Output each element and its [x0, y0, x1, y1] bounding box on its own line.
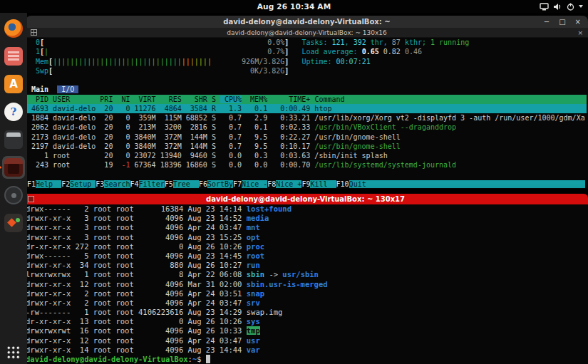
- shell-window-icon: [28, 196, 34, 202]
- dock-item-ubuntu-software[interactable]: [2, 212, 25, 234]
- display-icon: [540, 3, 549, 11]
- terminal-line: Mem[||||||||||||||||||||||||||||||||||||…: [27, 57, 587, 66]
- volume-icon: [553, 3, 562, 11]
- htop-window-titlebar[interactable]: david-delony@david-delony-VirtualBox: ~ …: [26, 16, 588, 28]
- shell-window-titlebar[interactable]: david-delony@david-delony-VirtualBox: ~ …: [23, 194, 588, 204]
- dock-item-files[interactable]: [2, 45, 25, 68]
- dock-item-active-app[interactable]: [2, 156, 25, 179]
- terminal-line: 2197 david-delo 20 0 3840M 372M 144M S 0…: [27, 142, 587, 151]
- chevron-down-icon: [579, 5, 583, 8]
- clock[interactable]: Aug 26 10:34 AM: [0, 0, 588, 13]
- dock-item-show-applications[interactable]: [0, 346, 27, 360]
- terminal-window-shell: david-delony@david-delony-VirtualBox: ~ …: [23, 194, 588, 364]
- show-applications-icon: [7, 346, 21, 360]
- dock-item-firefox[interactable]: [2, 17, 25, 40]
- terminal-line: drwxrwxrwt 16 root root 4096 Aug 26 10:3…: [26, 326, 585, 336]
- terminal-line: drwxr-xr-x 12 root root 4096 Mar 31 02:0…: [26, 280, 585, 289]
- terminal-line: [27, 76, 587, 85]
- terminal-line: drwxr-xr-x 14 root root 4096 Aug 23 14:4…: [26, 345, 585, 355]
- terminal-line: F1Help F2Setup F3SearchF4FilterF5Tree F6…: [27, 180, 587, 189]
- terminal-line: drwxr-xr-x 12 root root 4096 Apr 24 03:4…: [26, 336, 585, 345]
- terminal-line: drwxr-xr-x 3 root root 4096 Apr 24 03:47…: [26, 223, 585, 232]
- desktop: Aug 26 10:34 AM: [0, 0, 588, 364]
- active-app-icon: [4, 158, 23, 177]
- amazon-icon: [4, 75, 23, 93]
- terminal-line: drwxr-xr-x 3 root root 4096 Aug 23 15:25…: [26, 233, 585, 242]
- terminal-line: drwx------ 2 root root 16384 Aug 23 14:1…: [26, 204, 585, 214]
- terminal-line: 2173 david-delo 20 0 3840M 372M 144M S 0…: [27, 132, 587, 142]
- dock: [0, 13, 27, 364]
- terminal-icon: [4, 130, 23, 149]
- firefox-icon: [4, 19, 23, 38]
- top-bar: Aug 26 10:34 AM: [0, 0, 588, 13]
- close-button[interactable]: ×: [575, 19, 581, 26]
- terminal-line: Swp[ 0K/3.82G]: [27, 66, 587, 76]
- maximize-button[interactable]: □: [559, 19, 565, 26]
- tab-close-button[interactable]: ×: [577, 29, 583, 36]
- files-icon: [4, 47, 23, 66]
- help-icon: [4, 103, 23, 121]
- dock-item-amazon[interactable]: [2, 73, 25, 95]
- terminal-line: lrwxrwxrwx 1 root root 8 Apr 22 06:08 sb…: [26, 270, 585, 279]
- terminal-line: 0[ 0.0%] Tasks: 121, 392 thr, 87 kthr; 1…: [27, 38, 587, 47]
- terminal-line: 4693 david-delo 20 0 11276 4864 3584 R 1…: [27, 104, 587, 113]
- dock-item-media-player[interactable]: [2, 184, 25, 207]
- terminal-window-htop: david-delony@david-delony-VirtualBox: ~ …: [26, 16, 588, 189]
- window-controls: − □ ×: [544, 16, 581, 28]
- minimize-button[interactable]: −: [544, 19, 550, 26]
- dock-item-help[interactable]: [2, 100, 25, 123]
- terminal-line: drwxr-xr-x 2 root root 4096 Apr 24 03:51…: [26, 289, 585, 298]
- terminal-line: drwxr-xr-x 3 root root 4096 Aug 23 14:52…: [26, 214, 585, 223]
- system-tray[interactable]: [540, 0, 583, 13]
- terminal-tab-title[interactable]: david-delony@david-delony-VirtualBox: ~ …: [227, 29, 387, 36]
- terminal-line: -rw------- 1 root root 4106223616 Aug 23…: [26, 308, 585, 317]
- shell-window-title: david-delony@david-delony-VirtualBox: ~ …: [206, 195, 405, 203]
- terminal-tab-icon: [31, 29, 37, 36]
- htop-output[interactable]: 0[ 0.0%] Tasks: 121, 392 thr, 87 kthr; 1…: [26, 38, 588, 189]
- terminal-line: [27, 170, 587, 180]
- media-player-icon: [4, 186, 23, 204]
- terminal-line: drwx------ 5 root root 4096 Aug 23 14:45…: [26, 251, 585, 261]
- terminal-line: dr-xr-xr-x 272 root root 0 Aug 26 10:26 …: [26, 242, 585, 251]
- htop-window-title: david-delony@david-delony-VirtualBox: ~: [223, 18, 390, 26]
- terminal-line: drwxr-xr-x 34 root root 880 Aug 26 10:27…: [26, 261, 585, 270]
- terminal-line: Main I/O: [27, 85, 587, 94]
- terminal-line: 243 root 19 -1 67364 18396 16860 S 0.0 0…: [27, 160, 587, 170]
- ubuntu-software-icon: [4, 214, 23, 232]
- shell-output[interactable]: drwx------ 2 root root 16384 Aug 23 14:1…: [23, 204, 588, 364]
- terminal-tab-bar: david-delony@david-delony-VirtualBox: ~ …: [26, 28, 588, 38]
- terminal-line: 1[| 0.7%] Load average: 0.65 0.82 0.46: [27, 47, 587, 56]
- power-icon: [567, 3, 574, 11]
- terminal-line: 2062 david-delo 20 0 213M 3200 2816 S 0.…: [27, 123, 587, 132]
- terminal-line: PID USER PRI NI VIRT RES SHR S CPU% MEM%…: [27, 95, 587, 104]
- terminal-line: 1 root 20 0 23072 13940 9460 S 0.0 0.3 0…: [27, 151, 587, 160]
- terminal-line: dr-xr-xr-x 13 root root 0 Aug 26 10:26 s…: [26, 317, 585, 326]
- terminal-line: drwxr-xr-x 2 root root 4096 Apr 24 03:47…: [26, 298, 585, 308]
- terminal-line: 1884 david-delo 20 0 359M 115M 68852 S 0…: [27, 113, 587, 123]
- dock-item-terminal[interactable]: [2, 128, 25, 151]
- terminal-line: david-delony@david-delony-VirtualBox:~$: [26, 355, 585, 364]
